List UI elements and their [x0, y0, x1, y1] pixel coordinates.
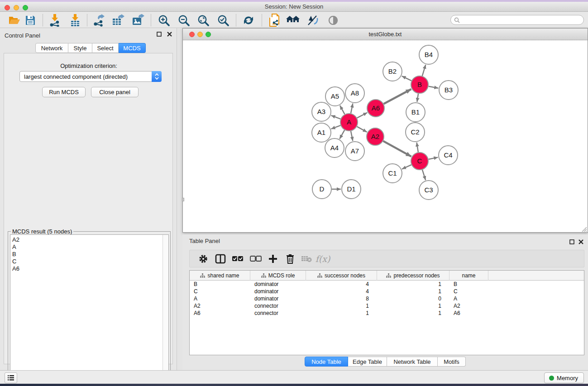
graph-node-B2[interactable]: B2 [383, 62, 402, 81]
graph-edge-B-B3[interactable] [429, 86, 439, 88]
column-header-predecessor-nodes[interactable]: predecessor nodes [377, 271, 449, 281]
search-field[interactable] [450, 15, 584, 25]
graph-edge-A-A6[interactable] [357, 113, 368, 118]
graph-node-A6[interactable]: A6 [367, 100, 384, 117]
close-panel-icon[interactable] [167, 32, 172, 38]
column-header-shared-name[interactable]: shared name [190, 271, 250, 281]
export-network-icon[interactable] [92, 14, 105, 27]
result-list-item[interactable]: C [10, 258, 168, 265]
table-row[interactable]: Bdominator41B [190, 281, 584, 288]
export-table-icon[interactable] [111, 14, 125, 27]
table-row[interactable]: A6connector11A6 [190, 310, 584, 317]
open-file-icon[interactable] [8, 14, 21, 27]
run-mcds-button[interactable]: Run MCDS [42, 87, 86, 97]
float-window-icon[interactable] [157, 32, 162, 38]
result-list-item[interactable]: A6 [10, 265, 168, 272]
function-builder-icon[interactable]: f(x) [316, 252, 330, 266]
graph-node-B[interactable]: B [411, 76, 428, 93]
tab-node-table[interactable]: Node Table [305, 357, 348, 367]
graph-node-A7[interactable]: A7 [345, 142, 364, 161]
table-row[interactable]: A2connector11A2 [190, 302, 584, 310]
graph-node-B4[interactable]: B4 [419, 45, 438, 64]
graph-node-A3[interactable]: A3 [312, 102, 331, 121]
graph-edge-A-A4[interactable] [339, 130, 344, 139]
result-list-item[interactable]: A [10, 243, 168, 251]
delete-column-icon[interactable] [283, 252, 297, 266]
graph-edge-C-C3[interactable] [422, 170, 425, 180]
zoom-fit-icon[interactable] [196, 14, 210, 27]
tab-select[interactable]: Select [92, 43, 119, 53]
graph-edge-A-A1[interactable] [331, 125, 341, 129]
network-window-titlebar[interactable]: testGlobe.txt [183, 29, 588, 40]
tab-network-table[interactable]: Network Table [387, 357, 438, 367]
column-header-name[interactable]: name [449, 271, 488, 281]
graph-node-C2[interactable]: C2 [406, 123, 425, 142]
graph-node-B1[interactable]: B1 [406, 103, 425, 122]
delete-table-icon[interactable] [299, 252, 314, 266]
tab-mcds[interactable]: MCDS [119, 43, 146, 53]
search-input[interactable] [460, 17, 583, 23]
graph-edge-C-C4[interactable] [429, 157, 438, 159]
mcds-result-list[interactable]: A2ABCA6 [10, 234, 169, 386]
refresh-icon[interactable] [242, 14, 255, 27]
graph-node-C[interactable]: C [411, 152, 428, 170]
graph-node-C1[interactable]: C1 [383, 164, 402, 183]
graph-node-A8[interactable]: A8 [345, 84, 364, 103]
graph-edge-A-A5[interactable] [340, 105, 344, 114]
graph-node-A[interactable]: A [340, 114, 358, 131]
graph-node-A1[interactable]: A1 [312, 123, 331, 142]
graph-edge-A-A8[interactable] [351, 104, 353, 114]
table-settings-icon[interactable] [196, 252, 210, 266]
tab-motifs[interactable]: Motifs [438, 357, 466, 367]
graph-node-A4[interactable]: A4 [325, 138, 344, 157]
memory-button[interactable]: Memory [544, 372, 584, 383]
graph-edge-C-C1[interactable] [402, 165, 411, 169]
graph-node-A2[interactable]: A2 [367, 128, 384, 145]
table-row[interactable]: Adominator80A [190, 295, 584, 302]
table-close-panel-icon[interactable] [578, 238, 583, 246]
graph-node-D[interactable]: D [312, 180, 331, 199]
column-header-MCDS-role[interactable]: MCDS role [250, 271, 306, 281]
cybrowser-home-icon[interactable] [286, 14, 300, 27]
table-float-window-icon[interactable] [569, 238, 574, 246]
graph-edge-B-B2[interactable] [402, 76, 411, 81]
graph-node-D1[interactable]: D1 [342, 180, 361, 199]
graph-edge-A-A3[interactable] [331, 115, 341, 119]
window-edge-handle[interactable] [182, 198, 184, 201]
add-column-icon[interactable] [266, 252, 280, 266]
graph-edge-C-C2[interactable] [417, 143, 418, 152]
deselect-all-rows-icon[interactable] [249, 252, 263, 266]
tab-network[interactable]: Network [35, 43, 68, 53]
graph-node-C3[interactable]: C3 [419, 181, 438, 200]
graph-node-C4[interactable]: C4 [439, 146, 458, 165]
tab-edge-table[interactable]: Edge Table [348, 357, 387, 367]
task-history-button[interactable] [5, 372, 17, 383]
select-all-rows-icon[interactable] [230, 252, 245, 266]
graph-edge-A-A2[interactable] [357, 127, 367, 132]
network-from-selection-icon[interactable] [268, 14, 281, 27]
window-resize-grip[interactable] [581, 226, 587, 232]
column-selector-icon[interactable] [213, 252, 228, 266]
show-graphics-icon[interactable] [326, 14, 340, 27]
import-table-icon[interactable] [68, 14, 82, 27]
graph-edge-A2-C[interactable] [383, 141, 411, 157]
graph-edge-B-B4[interactable] [422, 65, 426, 76]
hide-graphics-icon[interactable] [306, 14, 320, 27]
network-canvas[interactable]: B4B2BB3A5A8A6A3B1AC2A1A2A4A7C4CC1C3DD1 [183, 40, 588, 232]
graph-node-B3[interactable]: B3 [439, 81, 458, 100]
graph-edge-A-A7[interactable] [351, 131, 353, 141]
column-header-successor-nodes[interactable]: successor nodes [306, 271, 377, 281]
zoom-selected-icon[interactable] [216, 14, 230, 27]
table-row[interactable]: Cdominator41C [190, 288, 584, 295]
result-list-scrollbar[interactable] [163, 235, 168, 386]
optimization-criterion-select[interactable]: largest connected component (directed) [19, 71, 162, 82]
graph-node-A5[interactable]: A5 [325, 87, 344, 106]
result-list-item[interactable]: A2 [10, 235, 168, 243]
export-image-icon[interactable] [131, 14, 145, 27]
result-list-item[interactable]: B [10, 251, 168, 258]
zoom-out-icon[interactable] [177, 14, 191, 27]
save-session-icon[interactable] [24, 14, 37, 27]
import-network-icon[interactable] [48, 14, 62, 27]
zoom-in-icon[interactable] [157, 14, 171, 27]
graph-edge-B-B1[interactable] [417, 94, 418, 102]
